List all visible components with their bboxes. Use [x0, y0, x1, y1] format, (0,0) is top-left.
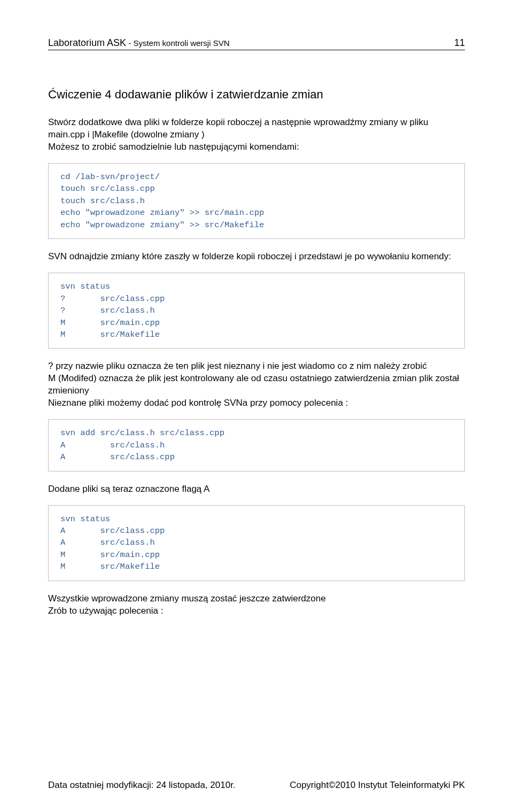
code-block-4: svn status A src/class.cpp A src/class.h… [48, 505, 465, 581]
paragraph-8: Wszystkie wprowadzone zmiany muszą zosta… [48, 593, 465, 605]
code-block-3: svn add src/class.h src/class.cpp A src/… [48, 419, 465, 471]
page-header: Laboratorium ASK - System kontroli wersj… [48, 37, 465, 50]
section-title: Ćwiczenie 4 dodawanie plików i zatwierdz… [48, 88, 465, 102]
paragraph-1: Stwórz dodatkowe dwa pliki w folderze ko… [48, 117, 465, 141]
header-sep: - [126, 38, 133, 48]
paragraph-7: Dodane pliki są teraz oznaczone flagą A [48, 483, 465, 496]
footer-left: Data ostatniej modyfikacji: 24 listopada… [48, 780, 236, 791]
paragraph-9: Zrób to używając polecenia : [48, 605, 465, 617]
header-page-number: 11 [454, 37, 465, 49]
header-left: Laboratorium ASK - System kontroli wersj… [48, 37, 229, 49]
paragraph-3: SVN odnajdzie zmiany które zaszły w fold… [48, 251, 465, 263]
paragraph-2: Możesz to zrobić samodzielnie lub następ… [48, 141, 465, 153]
document-page: Laboratorium ASK - System kontroli wersj… [0, 0, 513, 812]
code-block-2: svn status ? src/class.cpp ? src/class.h… [48, 273, 465, 349]
footer-right: Copyright©2010 Instytut Teleinformatyki … [290, 780, 465, 791]
paragraph-5: M (Modifed) oznacza że plik jest kontrol… [48, 373, 465, 397]
code-block-1: cd /lab-svn/project/ touch src/class.cpp… [48, 163, 465, 239]
header-lab: Laboratorium ASK [48, 37, 126, 48]
page-footer: Data ostatniej modyfikacji: 24 listopada… [48, 780, 465, 791]
header-subtitle: System kontroli wersji SVN [133, 38, 229, 48]
paragraph-4: ? przy nazwie pliku oznacza że ten plik … [48, 360, 465, 373]
paragraph-6: Nieznane pliki możemy dodać pod kontrolę… [48, 397, 465, 409]
